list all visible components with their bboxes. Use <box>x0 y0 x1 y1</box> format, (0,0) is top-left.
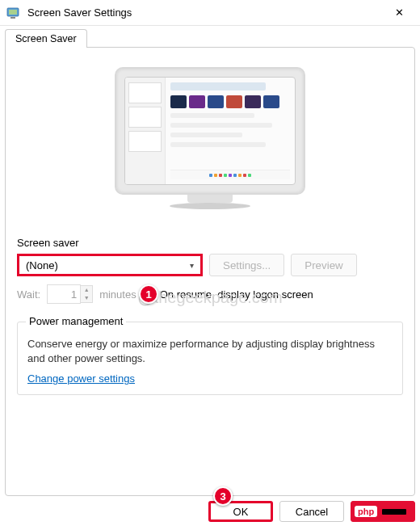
wait-label: Wait: <box>17 288 40 301</box>
power-title: Power management <box>26 315 126 327</box>
svg-rect-2 <box>10 17 15 19</box>
callout-3: 3 <box>213 486 233 506</box>
footer: OK Cancel php <box>0 496 420 530</box>
screensaver-dropdown[interactable]: (None) ▾ <box>17 254 203 276</box>
spinner-down-icon: ▼ <box>81 294 92 302</box>
apply-button[interactable]: php <box>351 501 415 522</box>
monitor-preview <box>17 67 403 212</box>
close-button[interactable]: ✕ <box>383 2 415 24</box>
cancel-button[interactable]: Cancel <box>279 501 344 522</box>
wait-spinner: ▲ ▼ <box>47 284 93 304</box>
preview-button: Preview <box>291 254 356 276</box>
window-icon <box>6 6 21 20</box>
power-group: Power management Conserve energy or maxi… <box>17 322 403 395</box>
svg-rect-1 <box>9 10 17 15</box>
power-description: Conserve energy or maximize performance … <box>27 337 393 366</box>
chevron-down-icon: ▾ <box>190 261 194 270</box>
window-title: Screen Saver Settings <box>27 6 383 19</box>
php-badge: php <box>355 506 377 517</box>
wait-input <box>47 284 81 304</box>
screensaver-selected: (None) <box>26 259 58 271</box>
wait-unit: minutes <box>99 288 136 301</box>
resume-label: On resume, display logon screen <box>160 288 313 301</box>
screensaver-label: Screen saver <box>17 237 403 249</box>
power-settings-link[interactable]: Change power settings <box>27 372 135 385</box>
callout-1: 1 <box>139 284 158 304</box>
settings-button: Settings... <box>209 254 284 276</box>
close-icon: ✕ <box>395 6 404 19</box>
tabstrip: Screen Saver <box>0 26 420 48</box>
spinner-up-icon: ▲ <box>81 286 92 294</box>
titlebar: Screen Saver Settings ✕ <box>0 0 420 26</box>
tab-screensaver[interactable]: Screen Saver <box>5 29 87 48</box>
dialog-content: Screen saver (None) ▾ Settings... Previe… <box>5 47 415 496</box>
